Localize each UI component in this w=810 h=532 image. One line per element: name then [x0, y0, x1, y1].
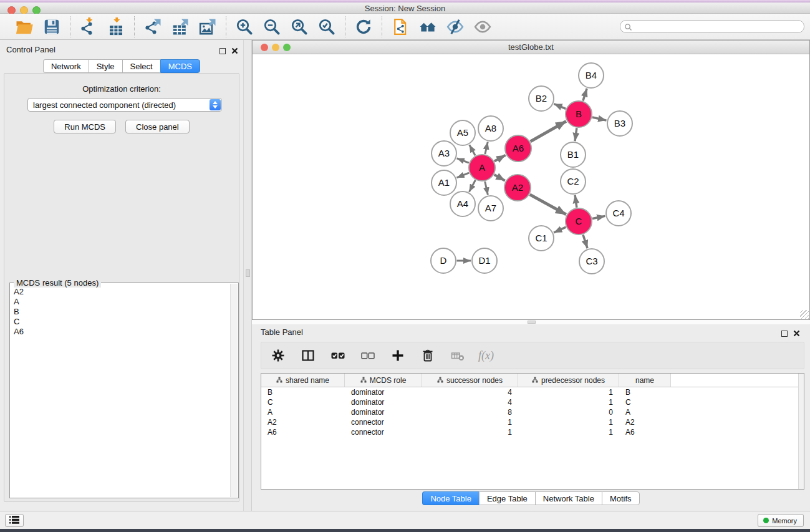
tab-mcds[interactable]: MCDS	[160, 59, 200, 73]
tab-network[interactable]: Network	[43, 59, 89, 73]
graph-edge-A-A3[interactable]	[457, 158, 469, 163]
zoom-out-icon[interactable]	[261, 16, 282, 37]
graph-edge-A-A5[interactable]	[470, 145, 475, 155]
graph-node-C[interactable]: C	[566, 208, 592, 235]
table-row[interactable]: Adominator80A	[261, 407, 804, 417]
column-header-MCDS-role[interactable]: MCDS role	[345, 374, 422, 387]
result-list-item[interactable]: A2	[11, 287, 229, 297]
vertical-splitter[interactable]	[243, 40, 252, 511]
graph-edge-A-A6[interactable]	[494, 155, 506, 162]
graph-node-D1[interactable]: D1	[472, 248, 497, 273]
graph-edge-A6-B[interactable]	[531, 121, 566, 142]
node-table[interactable]: shared nameMCDS rolesuccessor nodesprede…	[261, 373, 804, 490]
graph-edge-C-C4[interactable]	[592, 216, 605, 218]
result-list-item[interactable]: A6	[11, 327, 229, 337]
columns-icon[interactable]	[299, 346, 317, 365]
table-row[interactable]: Bdominator41B	[261, 387, 804, 397]
graph-node-B1[interactable]: B1	[561, 142, 586, 167]
table-delete-icon[interactable]	[448, 346, 467, 365]
save-session-icon[interactable]	[41, 16, 62, 37]
graph-edge-B-B4[interactable]	[583, 89, 587, 101]
network-window-titlebar[interactable]: testGlobe.txt	[253, 41, 809, 54]
graph-node-B4[interactable]: B4	[579, 63, 604, 88]
graph-edge-A-A8[interactable]	[485, 142, 488, 155]
tab-select[interactable]: Select	[122, 59, 160, 73]
table-tab-node-table[interactable]: Node Table	[422, 491, 479, 505]
unchecked-pair-icon[interactable]	[359, 346, 377, 365]
table-row[interactable]: A6connector11A6	[261, 427, 804, 437]
houses-icon[interactable]	[417, 16, 438, 37]
result-list-item[interactable]: B	[11, 307, 229, 317]
horizontal-splitter-handle[interactable]	[528, 321, 536, 324]
memory-button[interactable]: Memory	[758, 514, 804, 527]
graph-node-B3[interactable]: B3	[607, 111, 632, 136]
graph-edge-B-B2[interactable]	[554, 104, 566, 109]
table-row[interactable]: Cdominator41C	[261, 397, 804, 407]
task-history-button[interactable]	[5, 514, 24, 527]
graph-node-A4[interactable]: A4	[450, 191, 475, 216]
result-list-item[interactable]: A	[11, 297, 229, 307]
open-file-icon[interactable]	[14, 16, 35, 37]
zoom-in-icon[interactable]	[234, 16, 255, 37]
graph-edge-C-C1[interactable]	[554, 227, 566, 233]
table-scrollbar[interactable]	[798, 374, 804, 489]
tab-style[interactable]: Style	[89, 59, 122, 73]
graph-edge-A2-C[interactable]	[530, 195, 566, 215]
graph-edge-A-A4[interactable]	[469, 180, 475, 192]
checked-pair-icon[interactable]	[329, 346, 347, 365]
eye-slash-icon[interactable]	[445, 16, 466, 37]
export-network-icon[interactable]	[142, 16, 163, 37]
plus-icon[interactable]	[388, 346, 407, 365]
column-header-predecessor-nodes[interactable]: predecessor nodes	[518, 374, 619, 387]
graph-node-C2[interactable]: C2	[561, 169, 586, 194]
result-list-item[interactable]: C	[11, 317, 229, 327]
mcds-result-list[interactable]: A2ABCA6	[11, 287, 229, 496]
graph-node-C3[interactable]: C3	[579, 249, 604, 274]
table-float-panel-icon[interactable]	[781, 331, 788, 337]
eye-icon[interactable]	[472, 16, 493, 37]
column-header-name[interactable]: name	[619, 374, 671, 387]
float-panel-icon[interactable]	[219, 48, 226, 54]
result-scrollbar[interactable]	[230, 284, 238, 497]
network-canvas[interactable]: B4B2BB3A5A8A6B1A3AC2A1A2A4A7CC4C1DD1C3	[253, 54, 809, 319]
resize-grip-icon[interactable]	[800, 310, 809, 319]
close-panel-icon[interactable]	[231, 46, 238, 57]
graph-node-B[interactable]: B	[566, 101, 592, 127]
graph-edge-C-C2[interactable]	[575, 195, 577, 208]
zoom-fit-icon[interactable]	[289, 16, 310, 37]
trash-icon[interactable]	[418, 346, 437, 365]
refresh-icon[interactable]	[353, 16, 374, 37]
gear-icon[interactable]	[269, 346, 287, 365]
graph-node-A[interactable]: A	[469, 155, 495, 181]
horizontal-splitter[interactable]	[252, 320, 810, 324]
graph-node-C1[interactable]: C1	[529, 226, 554, 251]
graph-edge-A-A1[interactable]	[457, 173, 470, 178]
graph-node-B2[interactable]: B2	[529, 86, 554, 111]
graph-node-A6[interactable]: A6	[505, 135, 531, 162]
column-header-shared-name[interactable]: shared name	[261, 374, 345, 387]
graph-node-A2[interactable]: A2	[504, 175, 531, 201]
graph-node-A3[interactable]: A3	[432, 141, 456, 166]
network-document-icon[interactable]	[390, 16, 411, 37]
table-tab-edge-table[interactable]: Edge Table	[479, 491, 535, 505]
graph-node-D[interactable]: D	[431, 248, 456, 273]
table-tab-motifs[interactable]: Motifs	[602, 491, 640, 505]
import-table-icon[interactable]	[105, 16, 127, 37]
graph-edge-B-B1[interactable]	[575, 128, 577, 141]
graph-node-A7[interactable]: A7	[478, 196, 503, 221]
export-image-icon[interactable]	[197, 16, 218, 37]
table-row[interactable]: A2connector11A2	[261, 417, 804, 427]
criterion-dropdown[interactable]: largest connected component (directed)	[27, 98, 222, 112]
zoom-selected-icon[interactable]	[316, 16, 337, 37]
export-table-icon[interactable]	[170, 16, 191, 37]
vertical-splitter-handle[interactable]	[246, 269, 250, 277]
close-panel-button[interactable]: Close panel	[125, 120, 190, 133]
graph-edge-A-A7[interactable]	[485, 181, 488, 195]
graph-node-C4[interactable]: C4	[606, 201, 631, 226]
graph-edge-A-A2[interactable]	[494, 175, 505, 181]
graph-node-A1[interactable]: A1	[432, 170, 456, 195]
graph-edge-B-B3[interactable]	[592, 117, 607, 120]
import-network-icon[interactable]	[78, 16, 99, 37]
search-input[interactable]	[620, 20, 804, 33]
column-header-successor-nodes[interactable]: successor nodes	[422, 374, 518, 387]
